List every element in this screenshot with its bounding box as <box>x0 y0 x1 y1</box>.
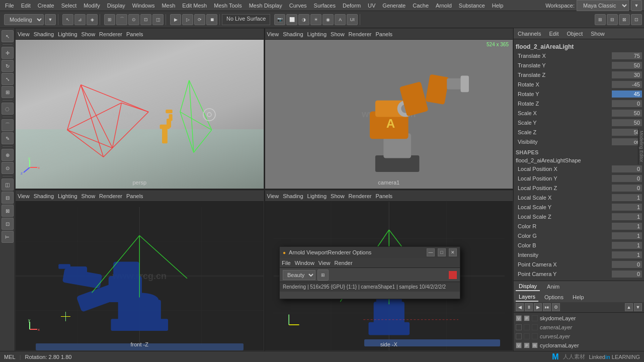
mode-arrow-btn[interactable]: ▼ <box>45 14 56 25</box>
layer-r-toggle[interactable] <box>532 324 538 330</box>
layer-r-toggle[interactable] <box>532 315 538 321</box>
shapes-row-value[interactable] <box>612 232 642 239</box>
paint-tool[interactable]: ✎ <box>2 132 14 144</box>
arnold-dialog[interactable]: ● Arnold ViewportRenderer Options — □ ✕ … <box>279 246 460 299</box>
layer-list-item[interactable]: curvesLayer <box>515 332 643 341</box>
menu-uv[interactable]: UV <box>365 2 378 10</box>
shapes-row-value[interactable] <box>612 204 642 211</box>
layout-btn1[interactable]: ⊞ <box>595 14 606 25</box>
menu-mesh[interactable]: Mesh <box>158 2 178 10</box>
channel-row-value[interactable] <box>612 110 642 117</box>
vp-front-view[interactable]: View <box>18 193 30 199</box>
channel-tab-channels[interactable]: Channels <box>516 30 543 38</box>
arnold-view-btn[interactable]: ⊞ <box>317 269 329 281</box>
menu-help[interactable]: Help <box>489 2 507 10</box>
shapes-channel-row[interactable]: Local Position X <box>516 164 642 173</box>
channel-row-value[interactable] <box>612 129 642 136</box>
layer-r-toggle[interactable] <box>532 333 538 339</box>
channel-tab-object[interactable]: Object <box>565 30 585 38</box>
snap5-tool[interactable]: ⊢ <box>2 231 14 243</box>
shader-btn[interactable]: ◑ <box>298 14 309 25</box>
menu-edit-mesh[interactable]: Edit Mesh <box>179 2 210 10</box>
menu-display[interactable]: Display <box>104 2 128 10</box>
layer-tab-display[interactable]: Display <box>516 282 540 291</box>
shapes-channel-row[interactable]: Local Scale Y <box>516 203 642 212</box>
menu-file[interactable]: File <box>2 2 17 10</box>
arnold-menu-view[interactable]: View <box>318 260 331 266</box>
layer-scroll-down[interactable]: ▼ <box>634 303 642 311</box>
rotate-handle[interactable] <box>201 107 217 124</box>
shad-btn[interactable]: ◉ <box>323 14 334 25</box>
layer-p-toggle[interactable]: P <box>524 342 530 348</box>
arnold-menu-window[interactable]: Window <box>295 260 314 266</box>
shapes-channel-row[interactable]: Color G <box>516 231 642 240</box>
transform-tool[interactable]: ⊞ <box>2 86 14 98</box>
channel-row-value[interactable] <box>612 62 642 69</box>
shapes-channel-row[interactable]: Color R <box>516 222 642 231</box>
scale-tool[interactable]: ⤡ <box>2 73 14 85</box>
select-btn[interactable]: ↖ <box>62 14 73 25</box>
menu-deform[interactable]: Deform <box>340 2 364 10</box>
menu-select[interactable]: Select <box>58 2 80 10</box>
layer-scroll-up[interactable]: ▲ <box>625 303 633 311</box>
layer-ctrl-stop[interactable]: ⏸ <box>525 303 533 311</box>
vp-persp-panels[interactable]: Panels <box>126 31 143 37</box>
vp-side-lighting[interactable]: Lighting <box>307 193 327 199</box>
channel-row[interactable]: Translate Z <box>516 70 642 79</box>
shapes-channel-row[interactable]: Local Scale X <box>516 193 642 202</box>
camera-viewport[interactable]: View Shading Lighting Show Renderer Pane… <box>264 28 514 189</box>
arnold-menu-render[interactable]: Render <box>335 260 353 266</box>
vp-cam-panels[interactable]: Panels <box>375 31 392 37</box>
vp-front-panels[interactable]: Panels <box>126 193 143 199</box>
snap-point-btn[interactable]: ⊙ <box>128 14 139 25</box>
lasso-tool[interactable]: ◌ <box>2 103 14 115</box>
channel-tab-edit[interactable]: Edit <box>547 30 560 38</box>
vp-side-shading[interactable]: Shading <box>283 193 303 199</box>
paint-btn[interactable]: ◈ <box>87 14 98 25</box>
arnold-close-btn[interactable]: ✕ <box>449 248 457 256</box>
menu-create[interactable]: Create <box>35 2 57 10</box>
move-tool[interactable]: ✛ <box>2 47 14 59</box>
vp-side-view[interactable]: View <box>267 193 279 199</box>
render4-btn[interactable]: ⏹ <box>206 14 217 25</box>
channel-row[interactable]: Scale Y <box>516 118 642 127</box>
channel-row[interactable]: Scale Z <box>516 128 642 137</box>
arnold-menu-file[interactable]: File <box>282 260 291 266</box>
vp-cam-shading[interactable]: Shading <box>283 31 303 37</box>
snap2-tool[interactable]: ⊟ <box>2 192 14 204</box>
shapes-channel-row[interactable]: Point Camera Y <box>516 269 642 279</box>
render2-btn[interactable]: ▷ <box>182 14 193 25</box>
menu-surfaces[interactable]: Surfaces <box>311 2 339 10</box>
menu-cache[interactable]: Cache <box>410 2 432 10</box>
show-manip-tool[interactable]: ⊙ <box>2 162 14 174</box>
layer-subtab-layers[interactable]: Layers <box>516 293 538 302</box>
layer-ctrl-end[interactable]: ⏭ <box>543 303 551 311</box>
layout-btn4[interactable]: ⊡ <box>631 14 642 25</box>
front-viewport[interactable]: View Shading Lighting Show Renderer Pane… <box>15 190 264 351</box>
channel-row[interactable]: Scale X <box>516 109 642 118</box>
cam-btn[interactable]: 📷 <box>274 14 285 25</box>
menu-generate[interactable]: Generate <box>379 2 409 10</box>
shapes-channel-row[interactable]: Intensity <box>516 250 642 259</box>
shapes-channel-row[interactable]: Color B <box>516 241 642 250</box>
shapes-row-value[interactable] <box>612 261 642 268</box>
channel-tab-show[interactable]: Show <box>589 30 607 38</box>
layer-list-item[interactable]: cameraLayer <box>515 323 643 332</box>
shapes-channel-row[interactable]: Local Scale Z <box>516 212 642 221</box>
vp-persp-view[interactable]: View <box>18 31 30 37</box>
channel-row-value[interactable] <box>612 71 642 78</box>
layer-vis-toggle[interactable] <box>516 333 522 339</box>
shapes-row-value[interactable] <box>612 185 642 192</box>
vp-side-show[interactable]: Show <box>331 193 345 199</box>
menu-edit[interactable]: Edit <box>18 2 34 10</box>
layer-vis-toggle[interactable]: V <box>516 342 522 348</box>
shapes-channel-row[interactable]: Point Camera X <box>516 260 642 269</box>
menu-arnold[interactable]: Arnold <box>433 2 455 10</box>
vp-side-panels[interactable]: Panels <box>375 193 392 199</box>
soft-sel-tool[interactable]: ⊕ <box>2 149 14 161</box>
channel-row[interactable]: Translate X <box>516 51 642 60</box>
rotate-tool[interactable]: ↻ <box>2 60 14 72</box>
channel-row[interactable]: Rotate Z <box>516 99 642 108</box>
layer-subtab-help[interactable]: Help <box>570 293 587 301</box>
shapes-row-value[interactable] <box>612 194 642 201</box>
